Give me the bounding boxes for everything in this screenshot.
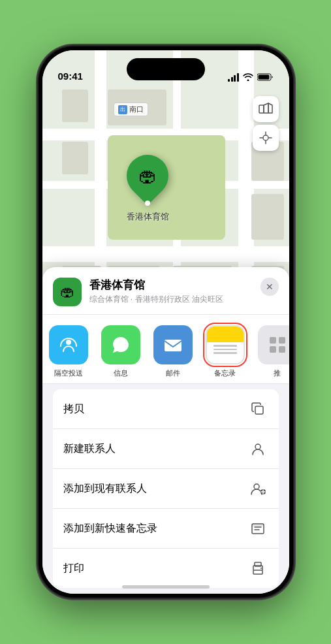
svg-point-10	[66, 340, 71, 345]
notes-label: 备忘录	[214, 368, 236, 378]
phone-screen: 09:41	[42, 50, 289, 594]
svg-rect-12	[270, 337, 276, 344]
home-indicator	[122, 585, 210, 588]
more-apps-icon	[258, 325, 289, 364]
svg-point-17	[255, 444, 260, 449]
more-label: 推	[274, 368, 281, 378]
mail-icon	[153, 325, 193, 364]
add-existing-icon	[247, 478, 268, 499]
map-label: 出 南口	[114, 103, 148, 116]
copy-label: 拷贝	[63, 402, 84, 416]
add-existing-label: 添加到现有联系人	[63, 482, 147, 496]
location-marker: 🏟 香港体育馆	[127, 155, 169, 223]
map-controls	[253, 96, 279, 153]
marker-venue-icon: 🏟	[138, 165, 157, 187]
menu-list: 拷贝 新建联系人	[53, 389, 279, 588]
share-item-more[interactable]: 推	[251, 325, 289, 378]
share-row: 隔空投送 信息	[42, 315, 289, 384]
svg-rect-14	[270, 346, 276, 353]
menu-item-add-notes[interactable]: 添加到新快速备忘录	[53, 509, 279, 549]
venue-icon: 🏟	[53, 278, 82, 306]
share-item-notes[interactable]: 备忘录	[199, 325, 251, 378]
dynamic-island	[127, 58, 205, 80]
location-button[interactable]	[253, 125, 279, 151]
svg-rect-11	[165, 340, 181, 351]
print-icon	[247, 558, 268, 579]
svg-marker-4	[268, 103, 272, 113]
airdrop-label: 隔空投送	[54, 368, 83, 378]
status-time: 09:41	[58, 71, 83, 82]
svg-rect-15	[279, 346, 285, 353]
svg-rect-26	[253, 570, 262, 574]
marker-label: 香港体育馆	[127, 211, 169, 223]
menu-item-print[interactable]: 打印	[53, 549, 279, 588]
battery-icon	[257, 73, 274, 81]
notes-icon	[206, 325, 245, 364]
menu-item-new-contact[interactable]: 新建联系人	[53, 429, 279, 469]
share-item-mail[interactable]: 邮件	[147, 325, 199, 378]
map-type-button[interactable]	[253, 96, 279, 122]
airdrop-icon	[49, 325, 88, 364]
copy-icon	[247, 398, 268, 419]
marker-pin: 🏟	[118, 146, 178, 206]
svg-point-28	[260, 568, 262, 569]
bottom-sheet: 🏟 香港体育馆 综合体育馆 · 香港特别行政区 油尖旺区 ✕	[42, 267, 289, 594]
share-item-airdrop[interactable]: 隔空投送	[42, 325, 95, 378]
venue-name: 香港体育馆	[89, 278, 253, 293]
signal-icon	[228, 72, 239, 82]
svg-point-18	[254, 484, 259, 489]
wifi-icon	[243, 73, 253, 81]
phone-frame: 09:41	[39, 46, 293, 598]
add-notes-icon	[247, 518, 268, 539]
print-label: 打印	[63, 562, 84, 575]
svg-rect-1	[258, 75, 269, 80]
svg-rect-25	[252, 524, 264, 526]
marker-dot	[145, 201, 150, 206]
venue-description: 综合体育馆 · 香港特别行政区 油尖旺区	[89, 294, 253, 305]
menu-item-add-existing[interactable]: 添加到现有联系人	[53, 469, 279, 509]
add-notes-label: 添加到新快速备忘录	[63, 522, 157, 536]
svg-rect-2	[259, 105, 264, 113]
new-contact-icon	[247, 438, 268, 459]
messages-icon	[101, 325, 140, 364]
new-contact-label: 新建联系人	[63, 442, 116, 456]
svg-point-5	[263, 135, 268, 140]
map-label-icon: 出	[118, 105, 127, 114]
menu-item-copy[interactable]: 拷贝	[53, 389, 279, 429]
svg-rect-13	[279, 337, 285, 344]
share-item-messages[interactable]: 信息	[95, 325, 147, 378]
close-button[interactable]: ✕	[260, 278, 279, 296]
venue-header: 🏟 香港体育馆 综合体育馆 · 香港特别行政区 油尖旺区 ✕	[42, 267, 289, 315]
svg-rect-16	[255, 406, 263, 414]
mail-label: 邮件	[166, 368, 180, 378]
messages-label: 信息	[114, 368, 128, 378]
svg-marker-3	[264, 103, 268, 113]
venue-info: 香港体育馆 综合体育馆 · 香港特别行政区 油尖旺区	[89, 278, 253, 305]
status-icons	[228, 72, 274, 82]
